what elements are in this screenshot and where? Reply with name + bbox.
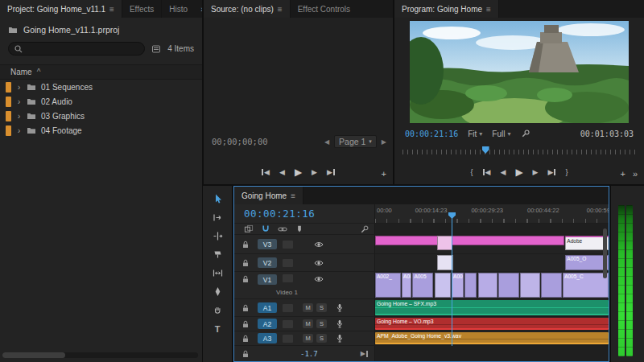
sync-lock-toggle[interactable]: [283, 241, 293, 249]
column-header-name[interactable]: Name ^: [0, 64, 202, 80]
lock-icon[interactable]: [241, 258, 250, 268]
toggle-track-output-icon[interactable]: [314, 240, 324, 249]
tab-history[interactable]: Histo: [162, 0, 195, 18]
go-to-out-icon[interactable]: ▶: [548, 168, 556, 176]
snap-magnet-icon[interactable]: [261, 224, 270, 234]
label-swatch[interactable]: [6, 125, 11, 136]
track-v2-content[interactable]: A005_O: [375, 254, 609, 271]
step-back-icon[interactable]: ◀: [279, 168, 285, 176]
toggle-track-output-icon[interactable]: [314, 258, 324, 268]
lock-icon[interactable]: [241, 240, 250, 249]
sync-lock-toggle[interactable]: [283, 320, 293, 328]
label-swatch[interactable]: [6, 111, 11, 121]
track-badge-v3[interactable]: V3: [258, 239, 277, 249]
scrollbar-thumb[interactable]: [2, 352, 65, 358]
bin-row-sequences[interactable]: › 01 Sequences: [0, 80, 202, 94]
tab-effect-controls[interactable]: Effect Controls: [291, 0, 357, 18]
lock-icon[interactable]: [241, 349, 250, 359]
disclosure-chevron-icon[interactable]: ›: [16, 112, 22, 121]
timeline-ruler[interactable]: 00:00 00:00:14:23 00:00:29:23 00:00:44:2…: [375, 204, 609, 223]
play-button-icon[interactable]: ▶: [515, 167, 522, 178]
razor-tool-button[interactable]: [203, 245, 232, 264]
go-to-out-icon[interactable]: ▶: [327, 168, 335, 176]
solo-button[interactable]: S: [316, 334, 327, 343]
solo-button[interactable]: S: [316, 303, 327, 312]
playback-resolution-dropdown[interactable]: Full ▾: [492, 130, 510, 138]
panel-menu-icon[interactable]: ≡: [109, 5, 114, 14]
tab-effects[interactable]: Effects: [122, 0, 162, 18]
label-swatch[interactable]: [6, 82, 11, 93]
lock-icon[interactable]: [241, 303, 250, 313]
nest-sequence-icon[interactable]: [244, 224, 254, 234]
voiceover-mic-icon[interactable]: [335, 334, 345, 343]
disclosure-chevron-icon[interactable]: ›: [16, 97, 22, 106]
mark-out-icon[interactable]: }: [565, 168, 568, 176]
track-v3-content[interactable]: Adobe: [375, 235, 609, 253]
mute-button[interactable]: M: [303, 303, 313, 312]
ripple-edit-tool-button[interactable]: [203, 227, 232, 245]
horizontal-scrollbar[interactable]: [2, 352, 198, 358]
lock-icon[interactable]: [241, 274, 250, 284]
mute-button[interactable]: M: [303, 334, 313, 343]
lock-icon[interactable]: [241, 319, 250, 329]
voiceover-mic-icon[interactable]: [335, 303, 345, 313]
disclosure-chevron-icon[interactable]: ›: [16, 126, 22, 135]
panel-menu-icon[interactable]: ≡: [486, 5, 491, 14]
tab-overflow-button[interactable]: »: [195, 0, 202, 18]
lock-icon[interactable]: [241, 334, 250, 343]
page-next-icon[interactable]: ▶: [382, 138, 386, 146]
step-back-icon[interactable]: ◀: [500, 168, 506, 176]
clip-graphics-v3-short[interactable]: [437, 236, 452, 250]
sync-lock-toggle[interactable]: [283, 259, 293, 267]
step-forward-icon[interactable]: ▶: [312, 168, 317, 176]
add-button-icon[interactable]: +: [382, 169, 386, 179]
track-badge-a2[interactable]: A2: [258, 319, 277, 329]
clip-audio-music[interactable]: APM_Adobe_Going Home_v3.wav: [375, 332, 609, 344]
master-gain-value[interactable]: -1.7: [300, 350, 318, 358]
clip-graphics-v3[interactable]: [375, 236, 564, 245]
clip-audio-vo[interactable]: Going Home – VO.mp3: [375, 318, 609, 330]
clip-audio-sfx[interactable]: Going Home – SFX.mp3: [375, 300, 609, 315]
play-button-icon[interactable]: ▶: [295, 167, 302, 178]
settings-wrench-icon[interactable]: [521, 129, 530, 138]
track-badge-a3[interactable]: A3: [258, 333, 277, 343]
go-to-in-icon[interactable]: ◀: [483, 168, 491, 176]
disclosure-chevron-icon[interactable]: ›: [16, 83, 22, 92]
track-v1-content[interactable]: A002_ A00 A005 A00 A005_C: [375, 272, 609, 298]
pen-tool-button[interactable]: [203, 282, 232, 301]
mark-in-icon[interactable]: {: [471, 168, 473, 176]
timeline-playhead-line[interactable]: [452, 218, 453, 346]
mute-button[interactable]: M: [303, 319, 313, 328]
track-badge-v2[interactable]: V2: [258, 257, 277, 268]
bin-row-footage[interactable]: › 04 Footage: [0, 123, 202, 138]
tab-source[interactable]: Source: (no clips) ≡: [204, 0, 291, 18]
track-badge-a1[interactable]: A1: [258, 302, 277, 313]
track-badge-v1[interactable]: V1: [258, 274, 277, 285]
project-search-input[interactable]: [8, 42, 145, 56]
tab-sequence-going-home[interactable]: Going Home ≡: [234, 187, 303, 204]
type-tool-button[interactable]: T: [203, 319, 232, 338]
label-swatch[interactable]: [6, 97, 11, 107]
list-view-icon[interactable]: [151, 44, 161, 54]
panel-menu-icon[interactable]: ≡: [291, 191, 295, 200]
tab-program[interactable]: Program: Going Home ≡: [394, 0, 499, 18]
page-selector[interactable]: Page 1 ▾: [334, 135, 377, 148]
mixer-toggle-icon[interactable]: ▶: [361, 350, 368, 357]
bin-row-audio[interactable]: › 02 Audio: [0, 94, 202, 109]
add-button-icon[interactable]: +: [620, 169, 625, 179]
sync-lock-toggle[interactable]: [283, 274, 293, 282]
bin-row-graphics[interactable]: › 03 Graphics: [0, 109, 202, 123]
sync-lock-toggle[interactable]: [283, 304, 293, 312]
solo-button[interactable]: S: [316, 319, 327, 328]
panel-menu-icon[interactable]: ≡: [278, 5, 283, 14]
slip-tool-button[interactable]: [203, 264, 232, 282]
linked-selection-icon[interactable]: [278, 224, 287, 234]
toggle-track-output-icon[interactable]: [314, 274, 324, 284]
zoom-level-dropdown[interactable]: Fit ▾: [468, 130, 482, 138]
track-a3-content[interactable]: APM_Adobe_Going Home_v3.wav: [375, 331, 609, 345]
program-scrubber[interactable]: [402, 146, 636, 156]
selection-tool-button[interactable]: [203, 190, 232, 208]
timeline-vertical-scrollbar[interactable]: [603, 228, 607, 278]
sync-lock-toggle[interactable]: [283, 335, 293, 343]
program-video-frame[interactable]: [410, 21, 629, 123]
